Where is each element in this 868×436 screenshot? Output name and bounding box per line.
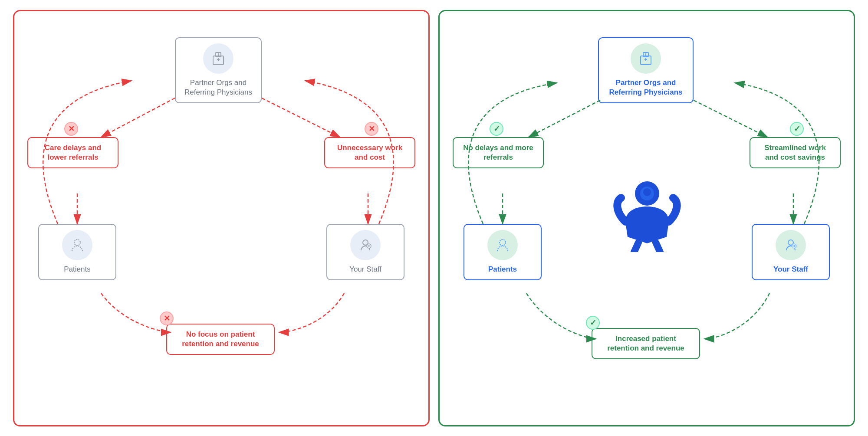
right-badge-streamlined: ✓ xyxy=(790,122,804,136)
left-staff-icon xyxy=(350,230,381,260)
right-partner-icon xyxy=(631,43,661,74)
left-patients-label: Patients xyxy=(64,265,90,274)
right-panel: Partner Orgs and Referring Physicians No… xyxy=(438,10,855,426)
left-staff-box: Your Staff xyxy=(326,224,404,280)
right-streamlined-label: Streamlined work and cost savings xyxy=(757,143,833,162)
left-unnecessary-box: Unnecessary work and cost xyxy=(324,137,415,168)
left-nofocus-label: No focus on patient retention and revenu… xyxy=(174,330,267,349)
left-badge-unnecessary: ✕ xyxy=(365,122,378,136)
right-nodelay-label: No delays and more referrals xyxy=(460,143,536,162)
right-patients-box: Patients xyxy=(464,224,542,280)
left-staff-label: Your Staff xyxy=(349,265,381,274)
right-staff-label: Your Staff xyxy=(773,265,808,274)
right-badge-nodelay: ✓ xyxy=(490,122,503,136)
right-streamlined-box: Streamlined work and cost savings xyxy=(750,137,841,168)
right-patients-label: Patients xyxy=(488,265,517,274)
right-increased-label: Increased patient retention and revenue xyxy=(599,334,692,353)
left-badge-nofocus: ✕ xyxy=(160,311,174,325)
left-partner-label: Partner Orgs and Referring Physicians xyxy=(183,78,254,97)
right-staff-icon xyxy=(776,230,806,260)
svg-point-15 xyxy=(500,239,506,246)
left-patients-box: Patients xyxy=(38,224,116,280)
left-care-box: Care delays and lower referrals xyxy=(27,137,118,168)
right-patients-icon xyxy=(487,230,518,260)
right-partner-box: Partner Orgs and Referring Physicians xyxy=(598,37,694,103)
left-patients-icon xyxy=(62,230,92,260)
left-partner-icon xyxy=(203,43,233,74)
svg-point-5 xyxy=(74,239,80,246)
svg-point-20 xyxy=(643,188,651,196)
left-care-label: Care delays and lower referrals xyxy=(35,143,111,162)
left-partner-box: Partner Orgs and Referring Physicians xyxy=(175,37,262,103)
left-nofocus-box: No focus on patient retention and revenu… xyxy=(166,324,275,355)
right-badge-increased: ✓ xyxy=(586,316,600,330)
left-badge-care: ✕ xyxy=(64,122,78,136)
right-partner-label: Partner Orgs and Referring Physicians xyxy=(606,78,686,97)
left-panel: Partner Orgs and Referring Physicians Ca… xyxy=(13,10,430,426)
right-staff-box: Your Staff xyxy=(752,224,830,280)
left-unnecessary-label: Unnecessary work and cost xyxy=(332,143,408,162)
right-nodelay-box: No delays and more referrals xyxy=(453,137,544,168)
right-mascot xyxy=(608,176,686,254)
right-increased-box: Increased patient retention and revenue xyxy=(592,328,700,359)
